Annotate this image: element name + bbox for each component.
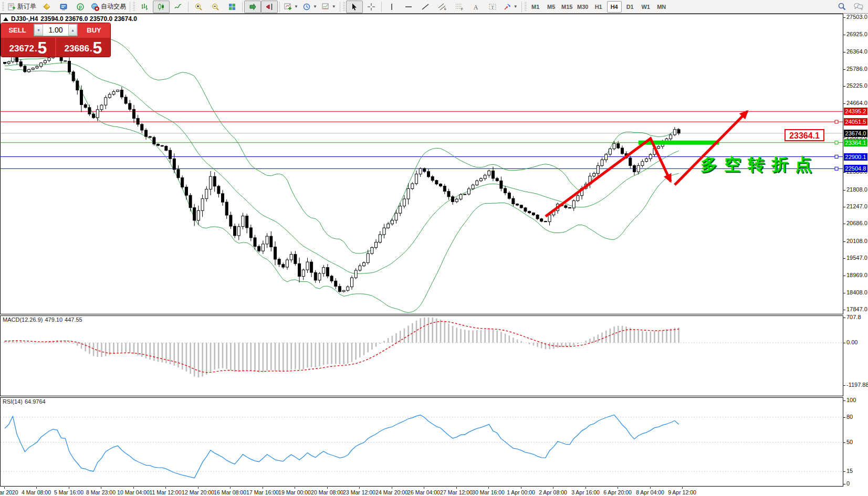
- volume-decrease-button[interactable]: ▼: [34, 24, 43, 36]
- axis-tick: [843, 318, 845, 318]
- axis-tick: [843, 293, 845, 293]
- bar-chart-button[interactable]: [136, 1, 153, 13]
- svg-text:A: A: [473, 3, 478, 10]
- time-tick: [488, 487, 489, 489]
- buy-price[interactable]: 23686 . 5: [56, 38, 110, 57]
- time-tick: [4, 487, 5, 489]
- terminal-icon: [59, 3, 68, 11]
- timeframe-button-h4[interactable]: H4: [607, 1, 622, 13]
- svg-text:p: p: [79, 4, 82, 9]
- indicators-button[interactable]: ▼: [319, 1, 338, 13]
- annotation-text[interactable]: 多空转折点: [700, 153, 819, 176]
- price-tick-label: 18408.0: [846, 289, 868, 296]
- time-tick: [263, 487, 263, 489]
- toolbar-grip[interactable]: [2, 2, 4, 12]
- axis-tick: [843, 207, 845, 207]
- price-note-box[interactable]: 23364.1: [785, 129, 824, 141]
- timeframe-button-h1[interactable]: H1: [591, 1, 606, 13]
- time-axis[interactable]: 3 Mar 20204 Mar 08:005 Mar 16:008 Mar 23…: [0, 487, 843, 496]
- price-tick-label: 21808.0: [846, 186, 868, 193]
- time-tick: [133, 487, 134, 489]
- time-tick: [456, 487, 457, 489]
- fibonacci-button[interactable]: F: [451, 1, 467, 13]
- sell-button[interactable]: SELL: [1, 23, 34, 37]
- tile-windows-button[interactable]: [224, 1, 240, 13]
- text-button[interactable]: A: [467, 1, 484, 13]
- volume-increase-button[interactable]: ▲: [68, 24, 77, 36]
- autotrading-icon: [91, 3, 99, 11]
- new-chart-button[interactable]: ▼: [281, 1, 300, 13]
- search-button[interactable]: [833, 1, 850, 13]
- time-tick: [69, 487, 69, 489]
- time-tick: [198, 487, 198, 489]
- toolbar: 新订单 p 自动交易: [0, 0, 868, 14]
- axis-tick: [843, 471, 845, 472]
- price-tick-label: 19547.0: [846, 255, 868, 261]
- search-icon: [838, 2, 846, 11]
- timeframe-button-w1[interactable]: W1: [639, 1, 653, 13]
- horizontal-line-button[interactable]: [400, 1, 417, 13]
- timeframe-button-m30[interactable]: M30: [576, 1, 590, 13]
- vertical-line-button[interactable]: [383, 1, 400, 13]
- crosshair-button[interactable]: [363, 1, 380, 13]
- cursor-button[interactable]: [346, 1, 363, 13]
- text-label-button[interactable]: T: [484, 1, 501, 13]
- zoom-in-button[interactable]: [190, 1, 207, 13]
- time-tick: [650, 487, 651, 489]
- price-axis[interactable]: 27503.026925.026364.025786.025225.024664…: [843, 14, 868, 487]
- mt4-window: 新订单 p 自动交易: [0, 0, 868, 496]
- one-click-trading-panel: SELL ▼ 1.00 ▲ BUY 23672 . 5 23686 . 5: [1, 23, 110, 57]
- metaeditor-button[interactable]: [38, 1, 55, 13]
- trendline-button[interactable]: [417, 1, 434, 13]
- symbol-period-label: DJ30-,H4: [11, 15, 38, 23]
- arrows-button[interactable]: ▼: [501, 1, 520, 13]
- equidistant-channel-button[interactable]: E: [434, 1, 451, 13]
- price-tick-label: 20686.0: [846, 220, 868, 226]
- svg-text:E: E: [444, 7, 446, 10]
- community-button[interactable]: p: [72, 1, 89, 13]
- clock-icon: [302, 3, 311, 11]
- vertical-line-icon: [388, 3, 396, 11]
- rsi-canvas[interactable]: [1, 398, 843, 486]
- axis-tick: [843, 17, 845, 18]
- buy-button[interactable]: BUY: [78, 23, 110, 37]
- volume-value[interactable]: 1.00: [43, 24, 68, 36]
- axis-tick: [843, 484, 845, 484]
- macd-label: MACD(12.26.9)479.10447.55: [3, 316, 85, 323]
- chevron-down-icon: ▼: [332, 4, 336, 9]
- auto-scroll-button[interactable]: [244, 1, 261, 13]
- line-chart-button[interactable]: [170, 1, 186, 13]
- timeframe-button-mn[interactable]: MN: [654, 1, 669, 13]
- profiles-button[interactable]: ▼: [300, 1, 319, 13]
- chat-button[interactable]: [850, 1, 867, 13]
- timeframe-button-m1[interactable]: M1: [528, 1, 543, 13]
- time-tick: [101, 487, 101, 489]
- one-click-collapse-icon[interactable]: [3, 17, 8, 21]
- chart-shift-button[interactable]: [261, 1, 278, 13]
- price-tick-label: 18969.0: [846, 272, 868, 278]
- auto-scroll-icon: [248, 3, 257, 11]
- trendline-icon: [421, 3, 430, 11]
- sell-price[interactable]: 23672 . 5: [1, 38, 55, 57]
- price-tick-label: 25225.0: [846, 82, 868, 89]
- macd-canvas[interactable]: [1, 316, 843, 396]
- zoom-out-icon: [211, 3, 219, 11]
- timeframe-button-d1[interactable]: D1: [623, 1, 637, 13]
- timeframe-button-m5[interactable]: M5: [544, 1, 559, 13]
- terminal-button[interactable]: [55, 1, 72, 13]
- ohlc-readout: 23594.0 23676.0 23570.0 23674.0: [40, 15, 137, 23]
- price-tick-label: 27503.0: [846, 14, 868, 20]
- timeframe-button-m15[interactable]: M15: [560, 1, 574, 13]
- price-level-badge: 23364.1: [844, 139, 867, 146]
- price-tick-label: 17847.0: [846, 306, 868, 312]
- autotrading-button[interactable]: 自动交易: [89, 1, 128, 13]
- candlestick-chart-button[interactable]: [153, 1, 170, 13]
- autotrading-label: 自动交易: [101, 2, 126, 11]
- time-tick: [359, 487, 360, 489]
- zoom-out-button[interactable]: [207, 1, 224, 13]
- macd-pane: MACD(12.26.9)479.10447.55: [0, 315, 843, 396]
- axis-tick: [843, 52, 845, 52]
- time-tick: [521, 487, 521, 489]
- new-order-button[interactable]: 新订单: [5, 1, 38, 13]
- time-axis-label: 9 Apr 12:00: [663, 489, 702, 495]
